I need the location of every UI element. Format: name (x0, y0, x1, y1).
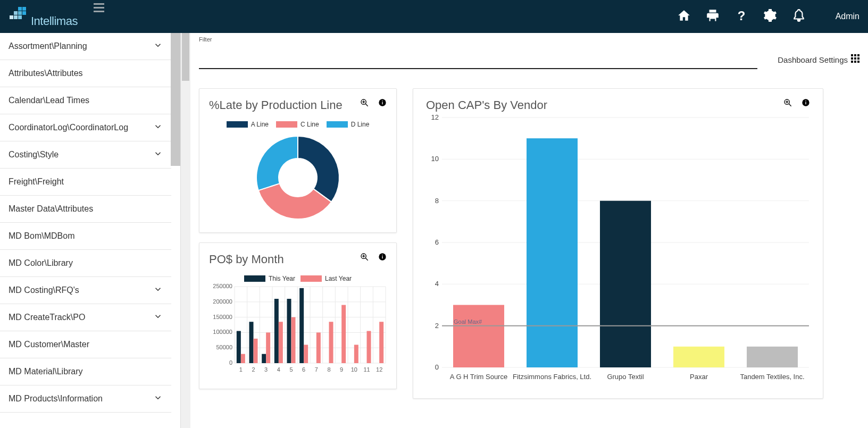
svg-rect-34 (382, 255, 382, 255)
sidebar: Assortment\PlanningAttributes\Attributes… (0, 33, 181, 428)
svg-rect-53 (254, 339, 258, 363)
sidebar-item[interactable]: MD CreateTrack\PO (0, 304, 171, 331)
sidebar-item-label: Master Data\Attributes (9, 204, 93, 214)
svg-rect-6 (14, 15, 18, 19)
legend-item[interactable]: C Line (276, 121, 319, 128)
main-content: Filter Dashboard Settings %Late by Produ… (181, 33, 868, 428)
sidebar-item[interactable]: MD Color\Library (0, 250, 171, 277)
sidebar-item[interactable]: Freight\Freight (0, 169, 171, 196)
svg-text:10: 10 (431, 155, 439, 163)
brand-name: Intellimas (31, 14, 78, 28)
svg-rect-13 (854, 54, 856, 56)
sidebar-item[interactable]: MD Bom\MDBom (0, 223, 171, 250)
sidebar-item[interactable]: MD Customer\Master (0, 331, 171, 358)
grid-icon[interactable] (851, 54, 859, 65)
sidebar-item[interactable]: MD Products\Information (0, 385, 171, 413)
panel-title: %Late by Production Line (209, 98, 343, 112)
svg-rect-117 (453, 305, 504, 368)
svg-line-97 (789, 104, 791, 106)
svg-rect-81 (341, 305, 346, 363)
sidebar-item[interactable]: CoordinatorLog\CoordinatorLog (0, 114, 171, 141)
svg-text:4: 4 (435, 280, 439, 288)
svg-text:9: 9 (340, 366, 343, 373)
svg-text:11: 11 (363, 366, 370, 373)
sidebar-item-label: Costing\Style (9, 150, 59, 160)
sidebar-item[interactable]: Calendar\Lead Times (0, 87, 171, 114)
svg-rect-125 (747, 347, 798, 367)
print-icon[interactable] (706, 9, 720, 24)
zoom-icon[interactable] (360, 98, 369, 109)
legend-item[interactable]: Last Year (301, 275, 352, 282)
svg-rect-56 (262, 354, 266, 363)
info-icon[interactable] (378, 98, 387, 109)
sidebar-item[interactable]: MD Material\Library (0, 358, 171, 385)
header-actions: ? Admin (677, 9, 859, 24)
main-scrollbar[interactable] (181, 33, 190, 428)
donut-chart (253, 132, 343, 223)
sidebar-item[interactable]: Assortment\Planning (0, 33, 171, 60)
svg-rect-77 (329, 322, 333, 363)
app-header: Intellimas ? Admin (0, 0, 868, 33)
svg-rect-20 (857, 61, 859, 63)
svg-text:6: 6 (435, 238, 439, 246)
panel-title: Open CAP's By Vendor (426, 98, 547, 112)
sidebar-item-label: MD Bom\MDBom (9, 231, 74, 241)
gear-icon[interactable] (763, 9, 777, 24)
legend-swatch (244, 275, 265, 282)
svg-text:4: 4 (277, 366, 280, 373)
svg-rect-123 (673, 347, 724, 367)
sidebar-item[interactable]: Attributes\Attributes (0, 60, 171, 87)
chevron-down-icon (153, 284, 163, 296)
sidebar-item-label: Freight\Freight (9, 177, 64, 187)
svg-text:250000: 250000 (213, 283, 232, 289)
svg-rect-65 (291, 317, 296, 363)
svg-rect-61 (279, 322, 283, 363)
admin-link[interactable]: Admin (836, 12, 859, 21)
svg-rect-15 (851, 57, 853, 60)
sidebar-item-label: MD Costing\RFQ's (9, 286, 79, 295)
svg-text:Grupo Textil: Grupo Textil (607, 373, 644, 381)
chevron-down-icon (153, 122, 163, 133)
svg-text:12: 12 (431, 113, 439, 121)
home-icon[interactable] (677, 9, 691, 24)
dashboard-settings-link[interactable]: Dashboard Settings (778, 55, 848, 64)
sidebar-item-label: MD Customer\Master (9, 340, 89, 349)
zoom-icon[interactable] (360, 253, 369, 263)
svg-text:7: 7 (315, 366, 318, 373)
svg-rect-73 (316, 332, 321, 363)
legend-swatch (327, 121, 348, 128)
svg-text:Fitzsimmons Fabrics, Ltd.: Fitzsimmons Fabrics, Ltd. (513, 373, 591, 381)
help-icon[interactable]: ? (735, 9, 748, 24)
svg-text:A G H Trim Source: A G H Trim Source (450, 373, 507, 381)
svg-text:12: 12 (376, 366, 382, 373)
svg-rect-52 (249, 322, 254, 363)
legend-item[interactable]: This Year (244, 275, 295, 282)
hamburger-icon[interactable] (94, 3, 104, 15)
svg-rect-121 (600, 201, 651, 367)
sidebar-item-label: Assortment\Planning (9, 41, 87, 51)
svg-text:1: 1 (239, 366, 243, 373)
svg-rect-27 (382, 100, 382, 101)
info-icon[interactable] (378, 253, 387, 263)
svg-rect-49 (241, 354, 245, 363)
sidebar-item[interactable]: Master Data\Attributes (0, 196, 171, 223)
svg-rect-7 (18, 15, 22, 19)
svg-rect-93 (379, 322, 383, 363)
svg-line-22 (365, 104, 368, 106)
sidebar-item[interactable]: Costing\Style (0, 141, 171, 169)
svg-rect-89 (367, 331, 371, 363)
bell-icon[interactable] (792, 9, 806, 24)
sidebar-item-label: MD Products\Information (9, 394, 103, 404)
sidebar-scrollbar[interactable] (171, 33, 180, 166)
svg-text:2: 2 (252, 366, 255, 373)
svg-rect-85 (354, 345, 358, 363)
sidebar-item[interactable]: MD Costing\RFQ's (0, 277, 171, 304)
legend-item[interactable]: D Line (327, 121, 370, 128)
zoom-icon[interactable] (783, 98, 792, 109)
panel-late-by-line: %Late by Production Line A LineC LineD L… (199, 88, 397, 233)
chevron-down-icon (153, 149, 163, 161)
svg-text:Paxar: Paxar (690, 373, 708, 381)
info-icon[interactable] (802, 98, 810, 109)
legend-item[interactable]: A Line (227, 121, 269, 128)
svg-rect-14 (857, 54, 859, 56)
